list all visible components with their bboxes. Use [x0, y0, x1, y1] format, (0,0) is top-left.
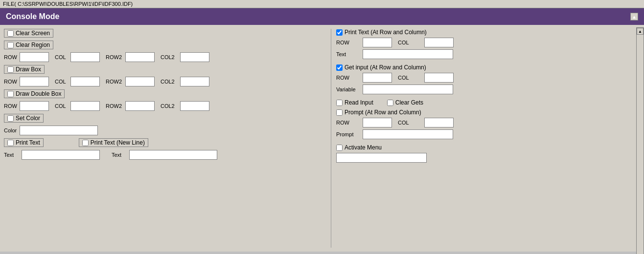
right-activate-menu-input[interactable] [336, 153, 427, 163]
print-text-newline-checkbox[interactable]: Print Text (New Line) [79, 138, 148, 147]
print-text-checkbox[interactable]: Print Text [4, 138, 44, 147]
right-get-input-variable-input[interactable]: name [363, 85, 453, 94]
right-print-text-text-input[interactable]: "Name" [363, 49, 453, 59]
clear-region-fields: ROW 0 COL 0 ROW2 24 COL2 79 [4, 52, 327, 62]
draw-box-checkbox[interactable]: Draw Box [4, 65, 45, 74]
clear-region-row-label: ROW [4, 54, 18, 60]
right-get-input-col-input[interactable]: 10 [424, 73, 454, 83]
print-text-newline-text-label: Text [112, 152, 125, 158]
draw-box-col-label: COL [55, 79, 69, 85]
set-color-checkbox[interactable]: Set Color [4, 114, 44, 123]
scrollbar-track [637, 35, 644, 252]
right-print-text-row-input[interactable]: 3 [363, 38, 392, 47]
color-input[interactable]: "W/B" [20, 126, 98, 135]
clear-screen-row: Clear Screen [4, 29, 327, 38]
draw-double-box-col-label: COL [55, 103, 69, 109]
clear-gets-checkbox[interactable] [387, 100, 393, 106]
right-get-input-label: Get input (At Row and Column) [345, 64, 426, 71]
clear-region-col2-input[interactable]: 79 [180, 52, 209, 62]
right-prompt-text-input[interactable]: "Text Here" [363, 129, 453, 139]
draw-box-col2-input[interactable]: 79 [180, 77, 209, 86]
right-print-text-section: Print Text (At Row and Column) ROW 3 COL… [336, 29, 640, 59]
right-print-text-text-label: Text [336, 51, 361, 57]
draw-double-box-checkbox[interactable]: Draw Double Box [4, 89, 65, 98]
read-input-label: Read Input [345, 99, 373, 106]
clear-region-row2-input[interactable]: 24 [125, 52, 155, 62]
header: Console Mode ▲ [0, 8, 644, 25]
draw-double-box-col2-label: COL2 [161, 103, 178, 109]
right-prompt-row-input[interactable]: 3 [363, 118, 392, 127]
set-color-label: Set Color [16, 115, 40, 122]
right-activate-menu-label: Activate Menu [345, 144, 382, 151]
right-print-text-checkbox-row: Print Text (At Row and Column) [336, 29, 640, 36]
clear-region-label: Clear Region [16, 42, 50, 48]
print-text-newline-input[interactable] [82, 140, 89, 146]
print-text-newline-text-input[interactable]: "Text Here" [129, 150, 217, 160]
set-color-input[interactable] [7, 115, 14, 122]
print-text-newline-label: Print Text (New Line) [91, 139, 145, 146]
right-get-input-row-input[interactable]: 3 [363, 73, 392, 83]
draw-box-row-label: ROW [4, 79, 18, 85]
clear-screen-input[interactable] [7, 30, 14, 37]
clear-gets-label: Clear Gets [395, 99, 423, 106]
draw-double-box-col-input[interactable]: 0 [70, 101, 100, 111]
draw-box-input[interactable] [7, 66, 14, 73]
right-prompt-col-input[interactable]: 3 [424, 118, 454, 127]
text-fields-row: Text "Text Here" Text "Text Here" [4, 150, 327, 160]
header-title: Console Mode [6, 12, 59, 21]
title-bar: FILE( C:\SSRPWI\DOUBLES\RPWI1\IDF\IDF300… [0, 0, 644, 8]
right-get-input-row-col: ROW 3 COL 10 [336, 73, 640, 83]
clear-region-col-label: COL [55, 54, 69, 60]
draw-box-row-input[interactable]: 0 [20, 77, 49, 86]
print-text-label: Print Text [16, 139, 40, 146]
color-label: Color [4, 127, 18, 133]
title-bar-text: FILE( C:\SSRPWI\DOUBLES\RPWI1\IDF\IDF300… [3, 1, 133, 7]
scroll-up[interactable]: ▲ [630, 13, 638, 21]
print-text-text-input[interactable]: "Text Here" [22, 150, 100, 160]
right-get-input-row-label: ROW [336, 75, 361, 81]
print-text-input[interactable] [7, 140, 14, 146]
draw-box-label: Draw Box [16, 66, 41, 73]
draw-double-box-row2-label: ROW2 [106, 103, 123, 109]
right-prompt-section: Prompt (At Row and Column) ROW 3 COL 3 P… [336, 109, 640, 139]
draw-double-box-input[interactable] [7, 91, 14, 97]
set-color-row: Set Color [4, 114, 327, 123]
right-print-text-checkbox[interactable] [336, 29, 343, 36]
right-print-text-col-input[interactable]: 3 [424, 38, 454, 47]
right-prompt-text-row: Prompt "Text Here" [336, 129, 640, 139]
draw-double-box-row-input[interactable]: 0 [20, 101, 49, 111]
right-activate-menu-section: Activate Menu [336, 144, 640, 163]
right-print-text-label: Print Text (At Row and Column) [345, 29, 427, 36]
read-input-row: Read Input Clear Gets [336, 99, 640, 106]
right-prompt-prompt-label: Prompt [336, 131, 361, 137]
clear-region-col-input[interactable]: 0 [70, 52, 100, 62]
clear-region-col2-label: COL2 [161, 54, 178, 60]
right-prompt-checkbox[interactable] [336, 109, 343, 116]
print-text-row: Print Text Print Text (New Line) [4, 138, 327, 147]
draw-double-box-col2-input[interactable]: 79 [180, 101, 209, 111]
draw-box-row2-label: ROW2 [106, 79, 123, 85]
draw-double-box-row2-input[interactable]: 24 [125, 101, 155, 111]
right-print-text-col-label: COL [398, 40, 422, 45]
right-activate-menu-input-row [336, 153, 640, 163]
draw-box-row2-input[interactable]: 24 [125, 77, 155, 86]
clear-region-row: Clear Region [4, 41, 327, 49]
clear-region-checkbox[interactable]: Clear Region [4, 41, 53, 49]
right-prompt-row-label: ROW [336, 120, 361, 126]
right-prompt-col-label: COL [398, 120, 422, 126]
scrollbar[interactable]: ▲ ▼ [636, 27, 644, 252]
right-activate-menu-checkbox[interactable] [336, 145, 343, 151]
print-text-text-label: Text [4, 152, 18, 158]
right-print-text-row-col: ROW 3 COL 3 [336, 38, 640, 47]
scrollbar-up-btn[interactable]: ▲ [637, 28, 644, 35]
draw-box-row: Draw Box [4, 65, 327, 74]
clear-region-input[interactable] [7, 42, 14, 48]
right-prompt-checkbox-row: Prompt (At Row and Column) [336, 109, 640, 116]
right-activate-menu-checkbox-row: Activate Menu [336, 144, 640, 151]
read-input-checkbox[interactable] [336, 100, 343, 106]
clear-screen-checkbox[interactable]: Clear Screen [4, 29, 53, 38]
right-prompt-row-col: ROW 3 COL 3 [336, 118, 640, 127]
right-get-input-checkbox[interactable] [336, 64, 343, 71]
clear-region-row-input[interactable]: 0 [20, 52, 49, 62]
draw-box-col-input[interactable]: 0 [70, 77, 100, 86]
